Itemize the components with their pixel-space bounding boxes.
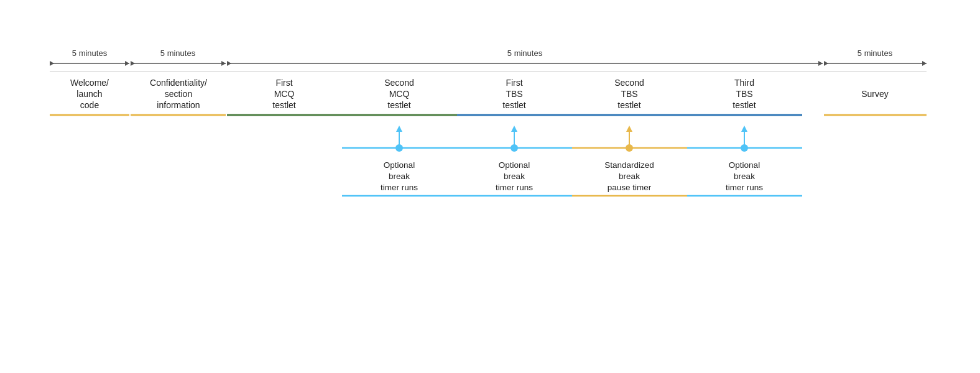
svg-text:testlet: testlet [387, 100, 410, 110]
survey-duration: 5 minutes [824, 48, 927, 66]
first-tbs-section: First TBS testlet [457, 78, 572, 115]
svg-text:break: break [734, 172, 755, 181]
svg-text:timer runs: timer runs [381, 183, 418, 192]
timeline-svg: 5 minutes 5 minutes 5 minutes 5 minutes [19, 37, 961, 367]
confidentiality-duration-label: 5 minutes [160, 48, 196, 58]
second-tbs-section: Second TBS testlet [572, 78, 687, 115]
svg-text:timer runs: timer runs [726, 183, 763, 192]
svg-text:information: information [157, 100, 200, 110]
break-4-label: Optional [729, 160, 760, 170]
second-mcq-section: Second MCQ testlet [342, 78, 457, 115]
svg-text:Confidentiality/: Confidentiality/ [150, 78, 207, 88]
svg-text:break: break [619, 172, 640, 181]
break-3-label: Standardized [604, 160, 654, 170]
break-3: Standardized break pause timer [572, 126, 687, 196]
welcome-section: Welcome/ launch code [50, 78, 129, 115]
svg-marker-44 [511, 126, 517, 132]
svg-text:TBS: TBS [621, 89, 637, 99]
survey-duration-label: 5 minutes [858, 48, 893, 58]
svg-text:launch: launch [76, 89, 102, 99]
welcome-label: Welcome/ [70, 78, 109, 88]
svg-text:testlet: testlet [272, 100, 295, 110]
welcome-duration: 5 minutes [50, 48, 129, 66]
svg-text:Second: Second [384, 78, 414, 88]
svg-text:MCQ: MCQ [274, 89, 295, 99]
break-2-label: Optional [499, 160, 530, 170]
svg-marker-58 [741, 126, 747, 132]
break-2: Optional break timer runs [457, 126, 572, 196]
svg-text:pause timer: pause timer [608, 183, 652, 192]
break-4: Optional break timer runs [687, 126, 802, 196]
svg-text:testlet: testlet [733, 100, 756, 110]
svg-marker-51 [626, 126, 632, 132]
svg-text:code: code [80, 100, 99, 110]
svg-text:break: break [389, 172, 410, 181]
main-duration-label: 5 minutes [507, 48, 543, 58]
third-tbs-section: Third TBS testlet [687, 78, 802, 115]
break-1: Optional break timer runs [342, 126, 457, 196]
confidentiality-section: Confidentiality/ section information [131, 78, 226, 115]
svg-text:Third: Third [734, 78, 754, 88]
svg-text:testlet: testlet [502, 100, 525, 110]
svg-text:Second: Second [614, 78, 644, 88]
svg-marker-37 [396, 126, 402, 132]
svg-text:TBS: TBS [506, 89, 522, 99]
main-duration: 5 minutes [227, 48, 823, 66]
svg-text:section: section [165, 89, 192, 99]
svg-text:TBS: TBS [736, 89, 752, 99]
svg-text:timer runs: timer runs [496, 183, 533, 192]
svg-text:Survey: Survey [861, 89, 889, 99]
svg-text:First: First [506, 78, 522, 88]
svg-text:testlet: testlet [617, 100, 640, 110]
break-1-label: Optional [384, 160, 415, 170]
confidentiality-duration: 5 minutes [131, 48, 226, 66]
svg-text:MCQ: MCQ [389, 89, 410, 99]
first-mcq-section: First MCQ testlet [227, 78, 342, 115]
svg-text:First: First [275, 78, 292, 88]
survey-section: Survey [824, 89, 927, 115]
welcome-duration-label: 5 minutes [72, 48, 108, 58]
diagram-container: 5 minutes 5 minutes 5 minutes 5 minutes [19, 37, 961, 348]
svg-text:break: break [504, 172, 525, 181]
